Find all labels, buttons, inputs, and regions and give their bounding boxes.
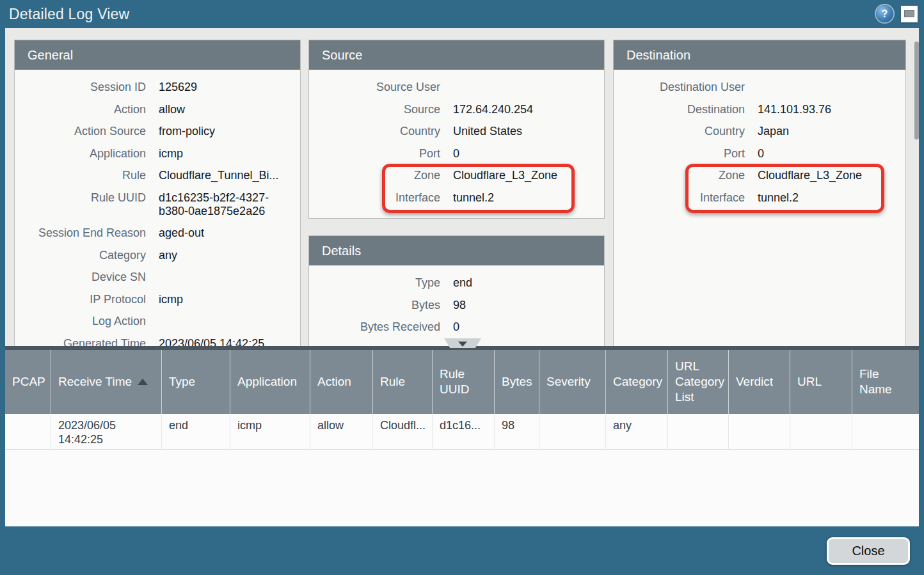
field-value: 0: [758, 147, 764, 161]
field-value: 172.64.240.254: [453, 103, 533, 116]
field-value: 141.101.93.76: [758, 103, 831, 116]
column-header-label: Bytes: [502, 374, 532, 390]
field-row-destination-port: Port0: [614, 147, 905, 161]
cell-severity: [539, 414, 606, 450]
column-header-bytes[interactable]: Bytes: [495, 350, 539, 414]
column-header-category[interactable]: Category: [606, 350, 668, 414]
field-row-source-zone: ZoneCloudflare_L3_Zone: [309, 169, 604, 182]
field-row-device-sn: Device SN: [15, 271, 300, 284]
column-header-label: PCAP: [12, 374, 45, 390]
field-label: Port: [309, 147, 440, 161]
field-label: Device SN: [15, 271, 146, 284]
panel-destination-header: Destination: [614, 40, 905, 70]
column-header-action[interactable]: Action: [310, 350, 373, 414]
cell-bytes: 98: [495, 414, 539, 450]
field-value: 0: [453, 147, 459, 161]
field-row-destination: Destination141.101.93.76: [614, 103, 905, 116]
cell-rule: Cloudfl...: [373, 414, 433, 450]
column-header-severity[interactable]: Severity: [539, 350, 606, 414]
column-header-label: Rule: [380, 374, 405, 390]
log-table: PCAP Receive Time Type Application Actio…: [5, 350, 919, 526]
field-value: Cloudflare_L3_Zone: [453, 169, 557, 182]
field-value: from-policy: [159, 125, 215, 138]
close-button[interactable]: Close: [827, 537, 910, 565]
column-header-receive-time[interactable]: Receive Time: [51, 350, 162, 414]
field-row-source: Source172.64.240.254: [309, 103, 604, 116]
field-value: tunnel.2: [453, 191, 494, 205]
field-row-application: Applicationicmp: [15, 147, 300, 161]
field-label: Bytes: [309, 299, 440, 312]
vertical-scrollbar-thumb[interactable]: [914, 42, 919, 139]
field-value: Cloudflare_L3_Zone: [758, 169, 862, 182]
field-label: Destination User: [614, 81, 745, 94]
column-header-url-category-list[interactable]: URL Category List: [668, 350, 729, 414]
field-label: Port: [614, 147, 745, 161]
dialog-title-bar: Detailed Log View ?: [0, 0, 924, 28]
field-row-bytes: Bytes98: [309, 299, 604, 312]
field-label: Action Source: [15, 125, 146, 138]
column-header-rule[interactable]: Rule: [373, 350, 433, 414]
field-value: aged-out: [159, 226, 204, 240]
field-label: Zone: [614, 169, 745, 182]
field-label: Interface: [614, 191, 745, 205]
panel-general: General Session ID125629 Actionallow Act…: [14, 40, 301, 346]
cell-file-name: [852, 414, 919, 450]
column-header-label: Receive Time: [58, 374, 132, 390]
field-row-session-id: Session ID125629: [15, 81, 300, 94]
column-header-label: Severity: [546, 374, 591, 390]
field-label: Rule UUID: [15, 191, 146, 218]
field-value: end: [453, 276, 472, 290]
field-label: Bytes Received: [309, 320, 440, 334]
window-restore-icon-inner: [904, 10, 914, 17]
field-row-source-port: Port0: [309, 147, 604, 161]
field-label: Category: [15, 249, 146, 262]
column-header-application[interactable]: Application: [230, 350, 310, 414]
field-label: Application: [15, 147, 146, 161]
column-header-pcap[interactable]: PCAP: [5, 350, 51, 414]
panel-details-body: Typeend Bytes98 Bytes Received0: [309, 265, 604, 346]
column-header-label: Category: [613, 374, 662, 390]
column-header-url[interactable]: URL: [790, 350, 852, 414]
help-glyph: ?: [882, 8, 888, 20]
field-value: d1c16235-b2f2-4327-b380-0ae1875e2a26: [159, 191, 295, 218]
panel-details-header: Details: [309, 236, 604, 265]
field-label: IP Protocol: [15, 293, 146, 306]
column-header-verdict[interactable]: Verdict: [729, 350, 790, 414]
field-value: any: [159, 249, 177, 262]
column-header-label: URL: [797, 374, 822, 390]
field-label: Action: [15, 103, 146, 116]
splitter-collapse-handle[interactable]: [444, 338, 481, 348]
field-row-destination-user: Destination User: [614, 81, 905, 94]
cell-action: allow: [310, 414, 373, 450]
field-label: Country: [614, 125, 745, 138]
panel-general-body: Session ID125629 Actionallow Action Sour…: [15, 70, 300, 346]
field-value: allow: [159, 103, 185, 116]
field-label: Destination: [614, 103, 745, 116]
field-value: Japan: [758, 125, 789, 138]
cell-category: any: [606, 414, 668, 450]
column-header-file-name[interactable]: File Name: [852, 350, 919, 414]
field-value: icmp: [159, 293, 183, 306]
log-table-header: PCAP Receive Time Type Application Actio…: [5, 350, 919, 414]
cell-type: end: [162, 414, 230, 450]
panel-details: Details Typeend Bytes98 Bytes Received0: [308, 235, 605, 346]
field-label: Source: [309, 103, 440, 116]
column-header-label: URL Category List: [675, 359, 724, 405]
cell-pcap: [5, 414, 51, 450]
column-header-rule-uuid[interactable]: Rule UUID: [433, 350, 495, 414]
column-header-type[interactable]: Type: [162, 350, 230, 414]
column-header-label: Application: [237, 374, 297, 390]
field-value: icmp: [159, 147, 183, 161]
field-row-type: Typeend: [309, 276, 604, 290]
help-icon[interactable]: ?: [876, 5, 893, 22]
panel-destination: Destination Destination User Destination…: [613, 40, 906, 346]
column-header-label: Type: [169, 374, 195, 390]
window-restore-icon[interactable]: [901, 6, 918, 22]
log-table-row[interactable]: 2023/06/05 14:42:25 end icmp allow Cloud…: [5, 414, 919, 450]
cell-verdict: [729, 414, 790, 450]
field-label: Interface: [309, 191, 440, 205]
field-value: 0: [453, 320, 459, 334]
field-label: Log Action: [15, 315, 146, 328]
column-header-label: File Name: [859, 366, 912, 397]
sort-ascending-icon: [138, 379, 148, 385]
